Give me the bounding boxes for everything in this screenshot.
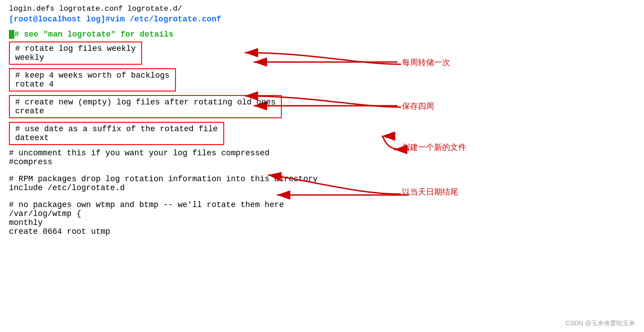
box4-value: dateext [15,133,218,142]
command-line: [root@localhost log]#vim /etc/logrotate.… [9,15,635,24]
box1-section: # rotate log files weekly weekly [9,42,635,65]
wtmp-comment: # no packages own wtmp and btmp -- we'll… [9,200,635,209]
box3-section: # create new (empty) log files after rot… [9,95,635,118]
wtmp-create: create 0664 root utmp [9,227,635,236]
code-block: # see "man logrotate" for details # rota… [9,30,635,236]
box1-comment: # rotate log files weekly [15,44,136,53]
footer: CSDN @玉米侠爱吃玉米 [565,320,635,328]
annotation-4: 以当天日期结尾 [402,187,458,197]
box3-value: create [15,107,276,116]
rpm-comment: # RPM packages drop log rotation informa… [9,174,635,183]
box3: # create new (empty) log files after rot… [9,95,282,118]
top-line-text: login.defs logrotate.conf logrotate.d/ [9,4,182,13]
rpm-value: include /etc/logrotate.d [9,183,635,192]
box2-comment: # keep 4 weeks worth of backlogs [15,71,170,80]
annotation-3: 创建一个新的文件 [402,142,466,153]
blank2 [9,192,635,200]
wtmp-path: /var/log/wtmp { [9,209,635,218]
box2: # keep 4 weeks worth of backlogs rotate … [9,68,176,91]
see-man-line: # see "man logrotate" for details [9,30,635,39]
see-man-text: # see "man logrotate" for details [14,30,173,39]
top-line: login.defs logrotate.conf logrotate.d/ [9,4,635,13]
box2-value: rotate 4 [15,80,170,89]
blank1 [9,166,635,174]
annotation-1: 每周转储一次 [402,57,450,68]
annotation-2: 保存四周 [402,101,434,112]
box4-section: # use date as a suffix of the rotated fi… [9,122,635,145]
rpm-section: # RPM packages drop log rotation informa… [9,174,635,192]
box1: # rotate log files weekly weekly [9,42,142,65]
wtmp-section: # no packages own wtmp and btmp -- we'll… [9,200,635,236]
main-content: login.defs logrotate.conf logrotate.d/ [… [0,0,644,241]
cursor [9,30,14,39]
wtmp-monthly: monthly [9,218,635,227]
box4-comment: # use date as a suffix of the rotated fi… [15,124,218,133]
box2-section: # keep 4 weeks worth of backlogs rotate … [9,68,635,91]
compress-value: #compress [9,158,635,166]
compress-comment: # uncomment this if you want your log fi… [9,149,635,158]
command-text: [root@localhost log]#vim /etc/logrotate.… [9,15,221,24]
box1-value: weekly [15,53,136,62]
compress-section: # uncomment this if you want your log fi… [9,149,635,166]
box4: # use date as a suffix of the rotated fi… [9,122,224,145]
box3-comment: # create new (empty) log files after rot… [15,98,276,107]
